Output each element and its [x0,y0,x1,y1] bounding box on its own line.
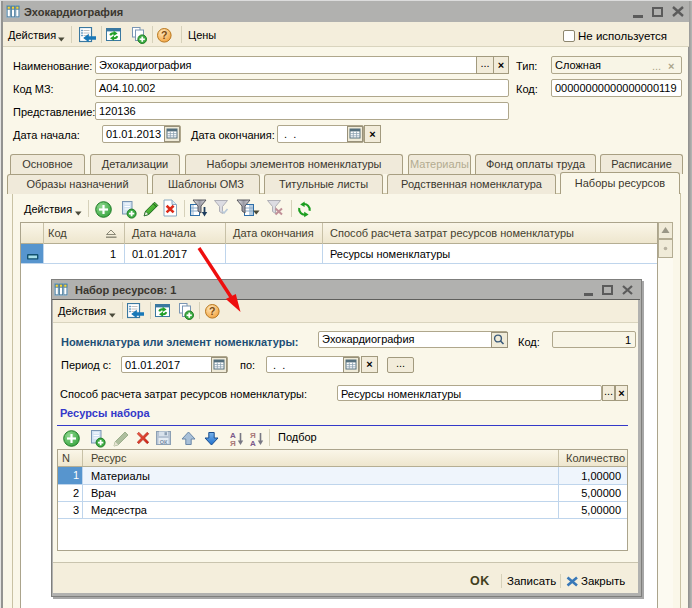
svg-text:А: А [250,439,256,448]
svg-text:ОК: ОК [160,439,168,445]
svg-text:Я: Я [230,439,236,448]
svg-text:?: ? [161,29,167,41]
